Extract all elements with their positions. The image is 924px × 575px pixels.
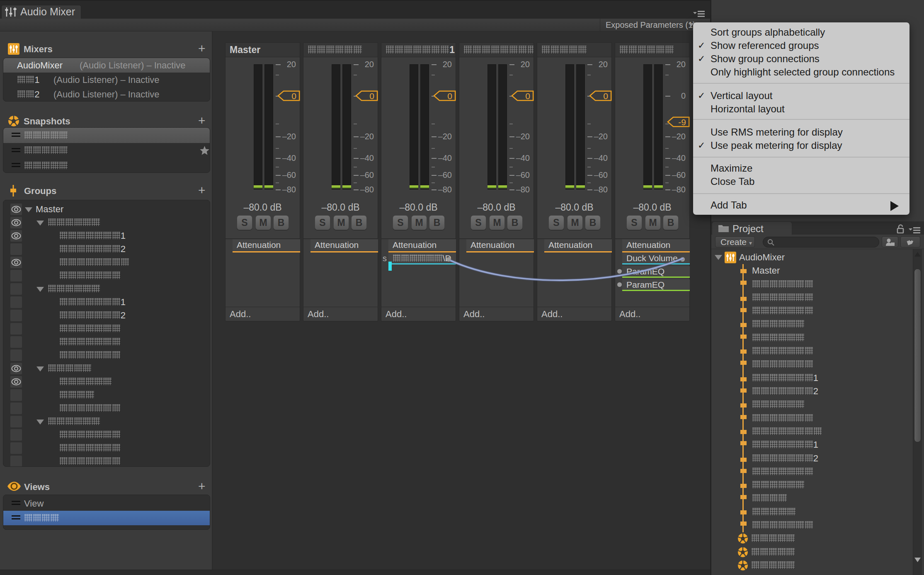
svg-text:0: 0 bbox=[369, 91, 374, 101]
svg-text:0: 0 bbox=[603, 91, 608, 101]
svg-text:0: 0 bbox=[291, 91, 296, 101]
svg-text:0: 0 bbox=[525, 91, 530, 101]
svg-text:0: 0 bbox=[447, 91, 452, 101]
svg-text:-9: -9 bbox=[678, 117, 686, 127]
